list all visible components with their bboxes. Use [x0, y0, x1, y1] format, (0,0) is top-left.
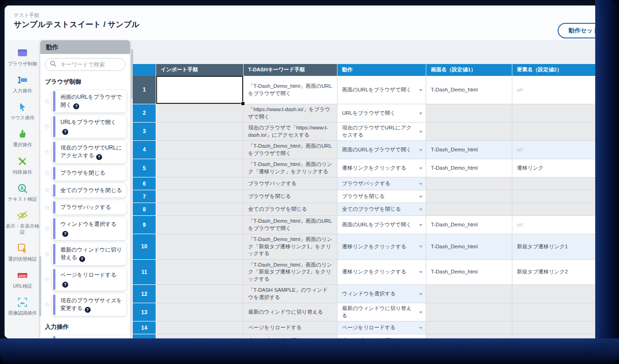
rail-item-image-recognition[interactable]: 画像認識操作 — [5, 297, 39, 316]
favorite-star-icon[interactable]: ☆ — [42, 300, 52, 309]
keyword-step-cell[interactable]: 「T-Dash_Demo_html」画面のリンク「新規タブ遷移リンク2」をクリッ… — [244, 260, 337, 285]
action-keyword-card[interactable]: ブラウザバックする — [52, 200, 126, 214]
import-step-cell[interactable] — [156, 76, 244, 104]
favorite-star-icon[interactable]: ☆ — [42, 186, 52, 194]
dropdown-arrow-icon[interactable] — [419, 196, 423, 198]
favorite-star-icon[interactable]: ☆ — [42, 275, 52, 284]
help-icon[interactable]: ? — [85, 307, 91, 313]
row-number-cell[interactable]: 10 — [133, 234, 156, 260]
action-keyword-item[interactable]: ☆ ページをリロードする? — [42, 268, 126, 290]
element-name-cell[interactable]: 遷移リンク — [512, 159, 595, 177]
screen-name-cell[interactable] — [426, 334, 512, 338]
row-number-cell[interactable]: 1 — [133, 76, 156, 104]
import-step-cell[interactable] — [156, 141, 244, 159]
action-cell[interactable]: ページをリロードする — [337, 321, 426, 334]
row-number-cell[interactable]: 13 — [133, 303, 156, 321]
import-step-cell[interactable] — [156, 216, 244, 234]
action-cell[interactable]: ウィンドウを選択する — [337, 285, 426, 303]
dropdown-arrow-icon[interactable] — [419, 149, 423, 151]
keyword-step-cell[interactable]: ブラウザを閉じる — [244, 190, 337, 203]
rail-item-selection-state-verification[interactable]: 選択状態検証 — [5, 243, 39, 262]
element-name-cell[interactable] — [512, 104, 595, 123]
favorite-star-icon[interactable]: ☆ — [42, 169, 52, 177]
row-number-cell[interactable]: 11 — [133, 260, 156, 285]
screen-name-cell[interactable] — [426, 285, 512, 303]
action-cell[interactable]: 画面のURLをブラウザで開く — [337, 141, 426, 159]
action-keyword-item[interactable]: ☆ テキストを入力する — [42, 335, 126, 338]
keyword-step-cell[interactable]: ページをリロードする — [244, 321, 337, 334]
import-step-cell[interactable] — [156, 260, 244, 285]
selection-fill-handle[interactable] — [241, 102, 245, 106]
element-name-cell[interactable]: 新規タブ遷移リンク1 — [512, 234, 595, 260]
element-name-cell[interactable] — [512, 123, 595, 141]
dropdown-arrow-icon[interactable] — [419, 271, 423, 273]
dropdown-arrow-icon[interactable] — [419, 183, 423, 185]
action-cell[interactable]: 遷移リンクをクリックする — [337, 234, 426, 260]
action-keyword-item[interactable]: ☆ ブラウザを閉じる — [42, 166, 126, 180]
keyword-step-cell[interactable]: 「https://www.t-dash.io/」をブラウザで開く — [244, 104, 337, 123]
screen-name-cell[interactable]: T-Dash_Demo_html — [426, 216, 512, 234]
action-keyword-card[interactable]: ウィンドウを選択する? — [52, 217, 126, 240]
dropdown-arrow-icon[interactable] — [419, 327, 423, 329]
import-step-cell[interactable] — [156, 321, 244, 334]
favorite-star-icon[interactable]: ☆ — [42, 148, 52, 156]
import-step-cell[interactable] — [156, 303, 244, 321]
action-keyword-card[interactable]: 最新のウィンドウに切り替える? — [52, 243, 126, 265]
screen-name-cell[interactable] — [426, 190, 512, 203]
keyword-step-cell[interactable]: 「T-Dash_Demo_html」画面のURLをブラウザで開く — [244, 141, 337, 159]
row-number-cell[interactable]: 2 — [133, 104, 156, 123]
screen-name-cell[interactable] — [426, 177, 512, 190]
help-icon[interactable]: ? — [62, 231, 68, 237]
action-cell[interactable]: 画面のURLをブラウザで開く — [337, 216, 426, 234]
action-keyword-item[interactable]: ☆ 全てのブラウザを閉じる — [42, 183, 126, 198]
dropdown-arrow-icon[interactable] — [419, 311, 423, 314]
action-keyword-card[interactable]: ブラウザを閉じる — [52, 166, 126, 180]
element-name-cell[interactable] — [512, 303, 595, 321]
action-keyword-item[interactable]: ☆ ブラウザバックする — [42, 200, 126, 214]
action-keyword-item[interactable]: ☆ URLをブラウザで開く? — [42, 115, 126, 138]
action-cell[interactable]: 全てのブラウザを閉じる — [337, 334, 426, 338]
element-name-cell[interactable]: url — [512, 76, 595, 104]
element-name-cell[interactable] — [512, 203, 595, 216]
element-name-cell[interactable]: 新規タブ遷移リンク2 — [512, 260, 595, 285]
screen-name-cell[interactable]: T-Dash_Demo_html — [426, 76, 512, 104]
keyword-step-cell[interactable]: 現在のブラウザで「https://www.t-dash.io/」にアクセスする — [244, 123, 337, 141]
rail-item-browser-control[interactable]: ブラウザ制御 — [5, 48, 39, 67]
rail-scrollbar-thumb[interactable] — [39, 256, 41, 316]
screen-name-cell[interactable]: T-Dash_Demo_html — [426, 141, 512, 159]
favorite-star-icon[interactable]: ☆ — [42, 225, 52, 233]
dropdown-arrow-icon[interactable] — [419, 293, 423, 295]
screen-name-cell[interactable] — [426, 104, 512, 123]
screen-name-cell[interactable] — [426, 303, 512, 321]
screen-name-cell[interactable]: T-Dash_Demo_html — [426, 159, 512, 177]
rail-item-text-verification[interactable]: A テキスト検証 — [5, 183, 39, 202]
import-step-cell[interactable] — [156, 334, 244, 338]
keyword-step-cell[interactable]: 「T-Dash_Demo_html」画面のリンク「新規タブ遷移リンク1」をクリッ… — [244, 234, 337, 260]
row-number-cell[interactable]: 5 — [133, 159, 156, 177]
action-cell[interactable]: ブラウザを閉じる — [337, 190, 426, 203]
import-step-cell[interactable] — [156, 104, 244, 123]
element-name-cell[interactable]: url — [512, 216, 595, 234]
search-input[interactable] — [60, 61, 121, 68]
rail-item-select-operation[interactable]: 選択操作 — [5, 128, 39, 148]
keyword-step-cell[interactable]: 「T-Dash_Demo_html」画面のURLをブラウザで開く — [244, 76, 337, 104]
row-number-cell[interactable]: 4 — [133, 141, 156, 159]
help-icon[interactable]: ? — [62, 129, 68, 135]
element-name-cell[interactable] — [512, 190, 595, 203]
keyword-step-cell[interactable]: 全てのブラウザを閉じる — [244, 203, 337, 216]
action-cell[interactable]: 画面のURLをブラウザで開く — [337, 76, 426, 104]
dropdown-arrow-icon[interactable] — [419, 131, 423, 133]
element-name-cell[interactable] — [512, 321, 595, 334]
row-number-cell[interactable]: 15 — [133, 334, 156, 338]
keyword-step-cell[interactable]: 全てのブラウザを閉じる — [244, 334, 337, 338]
action-keyword-item[interactable]: ☆ 最新のウィンドウに切り替える? — [42, 243, 126, 265]
action-keyword-card[interactable]: テキストを入力する — [52, 335, 126, 338]
favorite-star-icon[interactable]: ☆ — [42, 97, 52, 106]
favorite-star-icon[interactable]: ☆ — [42, 203, 52, 212]
import-step-cell[interactable] — [156, 234, 244, 260]
action-keyword-card[interactable]: 全てのブラウザを閉じる — [52, 183, 126, 198]
screen-name-cell[interactable] — [426, 321, 512, 334]
screen-name-cell[interactable] — [426, 123, 512, 141]
row-number-cell[interactable]: 6 — [133, 177, 156, 190]
import-step-cell[interactable] — [156, 190, 244, 203]
